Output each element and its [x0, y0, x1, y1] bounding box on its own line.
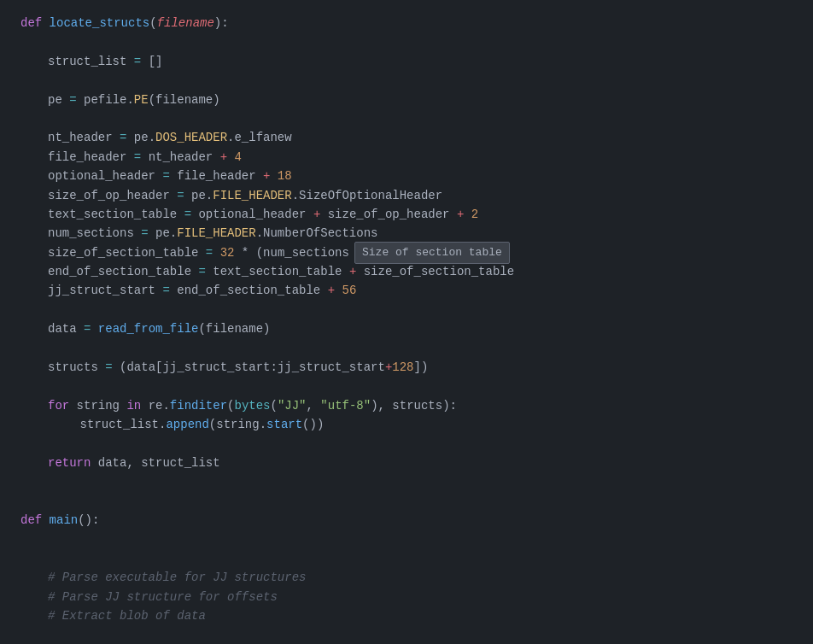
func-name: locate_structs	[50, 14, 150, 32]
code-line-2	[0, 32, 813, 51]
code-line-29	[0, 549, 813, 568]
code-line-21: for string in re.finditer(bytes("JJ", "u…	[0, 396, 813, 415]
code-line-3: struct_list = []	[0, 52, 813, 71]
code-line-14: end_of_section_table = text_section_tabl…	[0, 262, 813, 281]
code-line-20	[0, 377, 813, 395]
code-line-33	[0, 626, 813, 645]
code-line-30: # Parse executable for JJ structures	[0, 568, 813, 587]
code-line-16	[0, 301, 813, 319]
paren: (	[149, 14, 156, 32]
code-line-6	[0, 109, 813, 128]
code-line-19: structs = (data[jj_struct_start:jj_struc…	[0, 358, 813, 377]
keyword-def: def	[20, 14, 50, 32]
paren-close: ):	[214, 14, 229, 32]
code-line-13: size_of_section_table = 32 * (num_sectio…	[0, 243, 813, 262]
code-line-32: # Extract blob of data	[0, 606, 813, 625]
code-line-31: # Parse JJ structure for offsets	[0, 588, 813, 606]
code-line-18	[0, 339, 813, 358]
code-line-15: jj_struct_start = end_of_section_table +…	[0, 281, 813, 300]
code-editor: def locate_structs(filename): struct_lis…	[0, 0, 813, 644]
code-line-8: file_header = nt_header + 4	[0, 148, 813, 167]
code-line-1: def locate_structs(filename):	[0, 14, 813, 32]
code-line-23	[0, 435, 813, 454]
code-line-12: num_sections = pe.FILE_HEADER.NumberOfSe…	[0, 224, 813, 243]
code-line-27: def main():	[0, 511, 813, 530]
code-line-11: text_section_table = optional_header + s…	[0, 205, 813, 224]
code-line-17: data = read_from_file(filename)	[0, 319, 813, 338]
code-line-28	[0, 530, 813, 549]
code-line-24: return data, struct_list	[0, 454, 813, 472]
code-line-7: nt_header = pe.DOS_HEADER.e_lfanew	[0, 128, 813, 147]
code-line-22: struct_list.append(string.start())	[0, 415, 813, 434]
code-line-10: size_of_op_header = pe.FILE_HEADER.SizeO…	[0, 186, 813, 205]
code-line-26	[0, 492, 813, 511]
param-filename: filename	[157, 14, 214, 32]
code-line-25	[0, 472, 813, 491]
code-line-9: optional_header = file_header + 18	[0, 167, 813, 185]
code-line-4	[0, 71, 813, 90]
code-line-5: pe = pefile.PE(filename)	[0, 91, 813, 109]
